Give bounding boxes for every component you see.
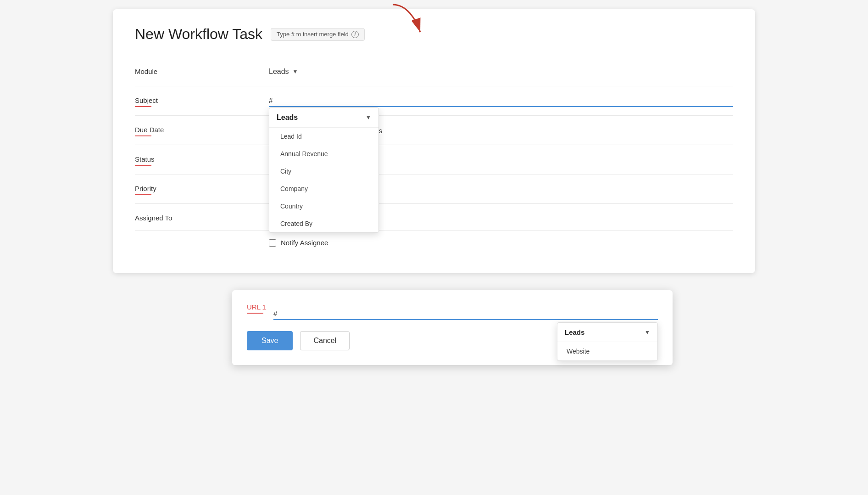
- url-dropdown-popup: Leads ▼ Website: [557, 322, 658, 361]
- notify-field: Notify Assignee: [269, 239, 733, 247]
- page-wrapper: New Workflow Task Type # to insert merge…: [113, 9, 755, 273]
- url-row: URL 1 Leads ▼ Website: [247, 303, 658, 320]
- module-select[interactable]: Leads ▼: [269, 66, 298, 78]
- page-title: New Workflow Task: [135, 26, 262, 43]
- url-label-col: URL 1: [247, 303, 266, 320]
- subject-input[interactable]: [269, 95, 733, 107]
- url-dropdown-arrow: ▼: [645, 329, 650, 336]
- priority-label: Priority: [135, 183, 254, 195]
- assigned-row: Assigned To: [135, 204, 733, 231]
- url-label: URL 1: [247, 303, 266, 313]
- dropdown-item-city[interactable]: City: [269, 163, 378, 180]
- notify-checkbox[interactable]: [269, 239, 276, 247]
- merge-field-hint: Type # to insert merge field i: [271, 28, 365, 41]
- url-input-wrap: Leads ▼ Website: [273, 308, 658, 320]
- module-row: Module Leads ▼: [135, 57, 733, 86]
- dropdown-item-created-by[interactable]: Created By: [269, 215, 378, 232]
- dropdown-item-annual-revenue[interactable]: Annual Revenue: [269, 145, 378, 163]
- save-button[interactable]: Save: [247, 331, 293, 350]
- info-icon: i: [351, 31, 359, 38]
- module-dropdown-arrow: ▼: [293, 68, 298, 75]
- notify-label-spacer: [135, 239, 254, 241]
- page-title-row: New Workflow Task Type # to insert merge…: [135, 26, 733, 43]
- url-dropdown-item-website[interactable]: Website: [557, 342, 657, 360]
- subject-dropdown-popup: Leads ▼ Lead Id Annual Revenue City Comp…: [269, 107, 379, 233]
- module-label: Module: [135, 66, 254, 75]
- due-date-label: Due Date: [135, 124, 254, 136]
- subject-field: Leads ▼ Lead Id Annual Revenue City Comp…: [269, 95, 733, 107]
- module-field: Leads ▼: [269, 66, 733, 78]
- url-input[interactable]: [273, 308, 658, 320]
- dropdown-popup-header[interactable]: Leads ▼: [269, 108, 378, 128]
- status-label: Status: [135, 153, 254, 166]
- dropdown-header-arrow: ▼: [366, 114, 371, 121]
- due-date-row: Due Date er Date ▼ plus ▼ days: [135, 116, 733, 145]
- url-dropdown-header[interactable]: Leads ▼: [557, 323, 657, 342]
- subject-row: Subject Leads ▼ Lead Id Annual Revenue C…: [135, 86, 733, 116]
- bottom-panel: URL 1 Leads ▼ Website Save Cancel: [232, 290, 673, 365]
- status-row: Status: [135, 145, 733, 174]
- cancel-button[interactable]: Cancel: [300, 331, 350, 350]
- notify-row: Notify Assignee: [135, 231, 733, 255]
- url-underline: [247, 313, 263, 314]
- notify-label: Notify Assignee: [281, 239, 328, 247]
- dropdown-item-company[interactable]: Company: [269, 180, 378, 197]
- subject-label: Subject: [135, 95, 254, 107]
- dropdown-item-lead-id[interactable]: Lead Id: [269, 128, 378, 145]
- priority-row: Priority: [135, 174, 733, 204]
- assigned-label: Assigned To: [135, 212, 254, 222]
- dropdown-item-country[interactable]: Country: [269, 197, 378, 215]
